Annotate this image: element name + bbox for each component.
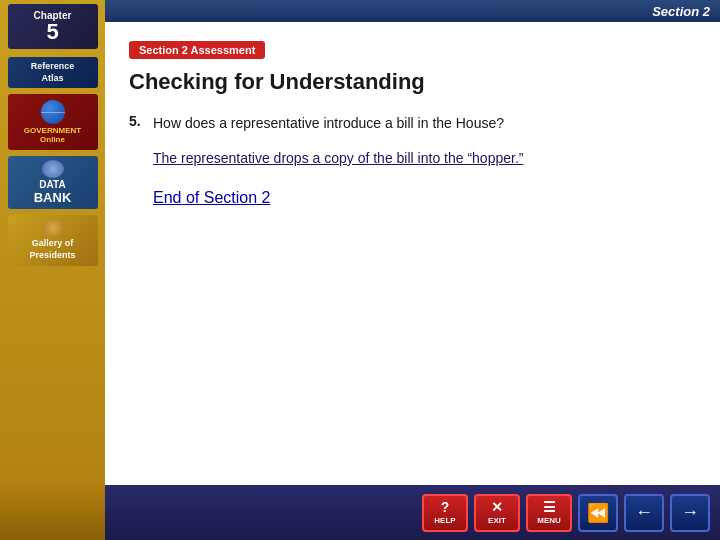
- menu-icon: ☰: [543, 500, 556, 514]
- exit-icon: ✕: [491, 500, 503, 514]
- data-bank-icon: [42, 160, 64, 178]
- menu-label: MENU: [537, 516, 561, 525]
- exit-button[interactable]: ✕ EXIT: [474, 494, 520, 532]
- sidebar-item-reference-atlas[interactable]: Reference Atlas: [8, 57, 98, 88]
- menu-button[interactable]: ☰ MENU: [526, 494, 572, 532]
- help-icon: ?: [441, 500, 450, 514]
- answer-text: The representative drops a copy of the b…: [153, 148, 696, 169]
- sidebar: Chapter 5 Reference Atlas GOVERNMENT Onl…: [0, 0, 105, 540]
- page-title: Checking for Understanding: [129, 69, 696, 95]
- chapter-number: 5: [16, 21, 90, 43]
- globe-icon: [41, 100, 65, 124]
- sidebar-item-data-bank[interactable]: DATA BANK: [8, 156, 98, 209]
- forward-one-icon: →: [681, 502, 699, 523]
- end-of-section-link[interactable]: End of Section 2: [153, 189, 270, 207]
- back-one-button[interactable]: ←: [624, 494, 664, 532]
- back-two-button[interactable]: ⏪: [578, 494, 618, 532]
- back-two-icon: ⏪: [587, 502, 609, 524]
- section-label: Section 2: [652, 4, 710, 19]
- bottom-toolbar: ? HELP ✕ EXIT ☰ MENU ⏪ ← →: [105, 485, 720, 540]
- sidebar-item-gallery-presidents[interactable]: Gallery of Presidents: [8, 215, 98, 265]
- question-block: 5. How does a representative introduce a…: [129, 113, 696, 134]
- question-text: How does a representative introduce a bi…: [153, 113, 504, 134]
- sidebar-item-government-online[interactable]: GOVERNMENT Online: [8, 94, 98, 150]
- top-bar: Section 2: [0, 0, 720, 22]
- main-content: Section 2 Assessment Checking for Unders…: [105, 22, 720, 485]
- question-number: 5.: [129, 113, 153, 134]
- help-label: HELP: [434, 516, 455, 525]
- section-badge: Section 2 Assessment: [129, 41, 265, 59]
- forward-one-button[interactable]: →: [670, 494, 710, 532]
- help-button[interactable]: ? HELP: [422, 494, 468, 532]
- exit-label: EXIT: [488, 516, 506, 525]
- back-one-icon: ←: [635, 502, 653, 523]
- sidebar-bottom: [0, 485, 105, 540]
- chapter-box: Chapter 5: [8, 4, 98, 49]
- presidents-icon: [42, 219, 64, 237]
- reference-atlas-label: Reference Atlas: [8, 57, 98, 88]
